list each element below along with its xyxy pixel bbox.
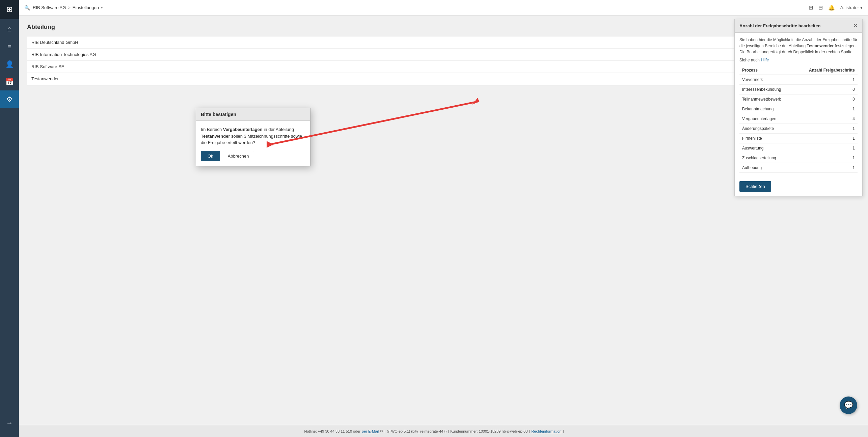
chat-icon: 💬 <box>844 401 853 410</box>
footer-customer: Kundennummer: 10001-18289 rib-s-web-ep-0… <box>450 429 527 433</box>
list-item[interactable]: Vorvermerk1 <box>739 75 858 85</box>
logo-icon: ⊞ <box>6 5 12 14</box>
footer-version: (iTWO ep 5.1) (bitv_reintegrate-447) <box>387 429 446 433</box>
process-name-cell: Bekanntmachung <box>739 104 794 114</box>
breadcrumb: RIB Software AG > Einstellungen ▾ <box>33 5 103 10</box>
list-item[interactable]: Zuschlagserteilung1 <box>739 153 858 163</box>
process-name-cell: Vergabeunterlagen <box>739 114 794 124</box>
process-table: Prozess Anzahl Freigabeschritte Vorverme… <box>739 66 858 173</box>
col-anzahl: Anzahl Freigabeschritte <box>794 66 858 75</box>
list-item[interactable]: Firmenliste1 <box>739 134 858 143</box>
footer-hotline: Hotline: +49 30 44 33 11 510 oder <box>304 429 360 433</box>
list-item[interactable]: Bekanntmachung1 <box>739 104 858 114</box>
process-count-cell: 1 <box>794 153 858 163</box>
dialog-title: Bitte bestätigen <box>196 108 310 121</box>
calendar-icon: 📅 <box>5 78 14 86</box>
process-name-cell: Änderungspakete <box>739 124 794 134</box>
header-right: ⊞ ⊟ 🔔 A. istrator ▾ <box>809 4 863 11</box>
sidebar-item-menu[interactable]: ≡ <box>0 38 19 55</box>
notification-icon[interactable]: 🔔 <box>828 4 835 11</box>
footer-end: | <box>563 429 564 433</box>
process-count-cell: 0 <box>794 94 858 104</box>
breadcrumb-current: Einstellungen <box>73 5 99 10</box>
right-panel-body: Sie haben hier die Möglichkeit, die Anza… <box>735 33 862 177</box>
process-name-cell: Interessenbekundung <box>739 85 794 94</box>
process-name-cell: Aufhebung <box>739 163 794 173</box>
dialog-actions: Ok Abbrechen <box>196 151 310 166</box>
sidebar-item-user[interactable]: 👤 <box>0 55 19 73</box>
breadcrumb-separator: > <box>68 5 71 10</box>
dialog-body: Im Bereich Vergabeunterlagen in der Abte… <box>196 121 310 151</box>
list-item[interactable]: Interessenbekundung0 <box>739 85 858 94</box>
footer-sep1: | <box>384 429 385 433</box>
search-icon[interactable]: 🔍 <box>24 5 30 10</box>
header: 🔍 RIB Software AG > Einstellungen ▾ ⊞ ⊟ … <box>19 0 868 16</box>
right-panel-title: Anzahl der Freigabeschritte bearbeiten <box>739 23 821 28</box>
right-panel-close-button[interactable]: ✕ <box>853 23 858 29</box>
dialog-msg-bold1: Vergabeunterlagen <box>223 127 263 132</box>
footer-email-icon: ✉ <box>380 429 383 433</box>
header-left: 🔍 RIB Software AG > Einstellungen ▾ <box>24 5 103 10</box>
process-count-cell: 1 <box>794 75 858 85</box>
footer-legal-link[interactable]: Rechteinformation <box>531 429 561 433</box>
sidebar-item-calendar[interactable]: 📅 <box>0 73 19 90</box>
ok-button[interactable]: Ok <box>201 151 220 161</box>
process-name-cell: Firmenliste <box>739 134 794 143</box>
grid-icon[interactable]: ⊞ <box>809 4 813 11</box>
process-count-cell: 1 <box>794 124 858 134</box>
user-menu[interactable]: A. istrator ▾ <box>840 5 863 10</box>
confirm-dialog: Bitte bestätigen Im Bereich Vergabeunter… <box>196 108 310 166</box>
list-item[interactable]: Vergabeunterlagen4 <box>739 114 858 124</box>
dialog-msg-bold2: Testanwender <box>201 134 230 139</box>
cancel-button[interactable]: Abbrechen <box>223 151 254 161</box>
sidebar: ⊞ ⌂ ≡ 👤 📅 ⚙ → <box>0 0 19 437</box>
desc-see: Siehe auch <box>739 58 761 62</box>
dialog-msg-part1: Im Bereich <box>201 127 223 132</box>
right-panel-footer: Schließen <box>735 177 862 196</box>
list-item[interactable]: Änderungspakete1 <box>739 124 858 134</box>
schliessen-button[interactable]: Schließen <box>739 181 771 192</box>
footer-sep2: | <box>448 429 449 433</box>
col-prozess: Prozess <box>739 66 794 75</box>
process-count-cell: 4 <box>794 114 858 124</box>
window-icon[interactable]: ⊟ <box>818 4 823 11</box>
process-name-cell: Zuschlagserteilung <box>739 153 794 163</box>
list-item[interactable]: Auswertung1 <box>739 143 858 153</box>
right-panel-description: Sie haben hier die Möglichkeit, die Anza… <box>739 37 858 55</box>
footer-sep3: | <box>529 429 530 433</box>
user-icon: 👤 <box>5 60 14 68</box>
settings-icon: ⚙ <box>6 95 12 103</box>
menu-icon: ≡ <box>7 43 11 51</box>
process-count-cell: 0 <box>794 85 858 94</box>
process-count-cell: 1 <box>794 104 858 114</box>
list-item[interactable]: Aufhebung1 <box>739 163 858 173</box>
right-panel-help-line: Siehe auch Hilfe <box>739 57 858 63</box>
home-icon: ⌂ <box>7 25 11 33</box>
footer-email-link[interactable]: per E-Mail <box>362 429 379 433</box>
footer: Hotline: +49 30 44 33 11 510 oder per E-… <box>0 425 868 437</box>
process-count-cell: 1 <box>794 143 858 153</box>
process-name-cell: Auswertung <box>739 143 794 153</box>
right-panel: Anzahl der Freigabeschritte bearbeiten ✕… <box>734 19 863 196</box>
process-name-cell: Teilnahmewettbewerb <box>739 94 794 104</box>
sidebar-item-signout[interactable]: → <box>0 414 19 432</box>
breadcrumb-root[interactable]: RIB Software AG <box>33 5 66 10</box>
right-panel-header: Anzahl der Freigabeschritte bearbeiten ✕ <box>735 19 862 33</box>
chat-button[interactable]: 💬 <box>840 397 857 414</box>
process-count-cell: 1 <box>794 134 858 143</box>
sidebar-item-settings[interactable]: ⚙ <box>0 90 19 108</box>
signout-icon: → <box>6 419 13 427</box>
sidebar-item-home[interactable]: ⌂ <box>0 20 19 38</box>
sidebar-logo[interactable]: ⊞ <box>0 0 19 19</box>
process-count-cell: 1 <box>794 163 858 173</box>
help-link[interactable]: Hilfe <box>761 58 769 62</box>
process-name-cell: Vorvermerk <box>739 75 794 85</box>
dialog-msg-part2: in der Abteilung <box>263 127 294 132</box>
breadcrumb-dropdown-icon[interactable]: ▾ <box>101 5 103 10</box>
desc-bold: Testanwender <box>807 44 834 48</box>
list-item[interactable]: Teilnahmewettbewerb0 <box>739 94 858 104</box>
